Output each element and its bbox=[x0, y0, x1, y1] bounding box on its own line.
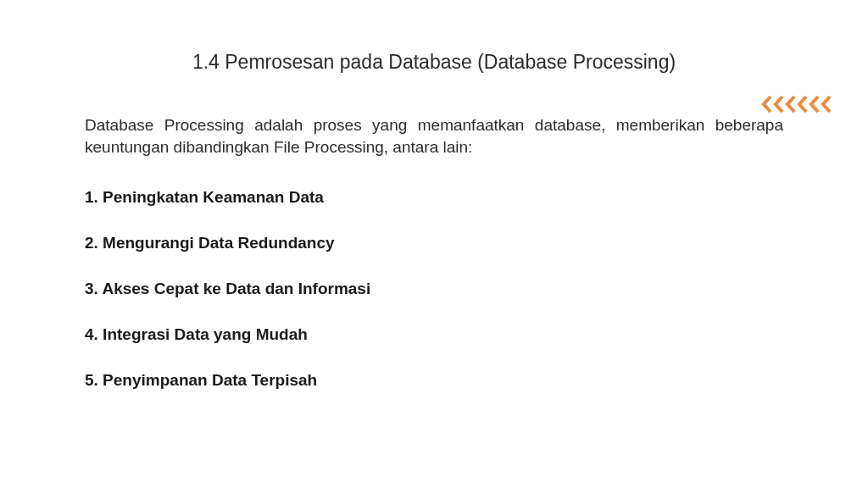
chevron-left-icon bbox=[761, 95, 773, 114]
chevron-left-icon bbox=[773, 95, 785, 114]
chevron-left-icon bbox=[797, 95, 809, 114]
benefits-list: 1. Peningkatan Keamanan Data 2. Menguran… bbox=[85, 188, 783, 390]
list-item: 4. Integrasi Data yang Mudah bbox=[85, 325, 783, 344]
list-item: 5. Penyimpanan Data Terpisah bbox=[85, 371, 783, 390]
list-item: 1. Peningkatan Keamanan Data bbox=[85, 188, 783, 207]
list-item: 2. Mengurangi Data Redundancy bbox=[85, 234, 783, 252]
slide-title: 1.4 Pemrosesan pada Database (Database P… bbox=[85, 51, 783, 74]
chevron-left-icon bbox=[809, 95, 821, 114]
list-item: 3. Akses Cepat ke Data dan Informasi bbox=[85, 280, 783, 298]
chevron-left-icon bbox=[785, 95, 797, 114]
intro-paragraph: Database Processing adalah proses yang m… bbox=[85, 114, 783, 158]
chevrons-decoration bbox=[761, 95, 832, 114]
chevron-left-icon bbox=[821, 95, 832, 114]
